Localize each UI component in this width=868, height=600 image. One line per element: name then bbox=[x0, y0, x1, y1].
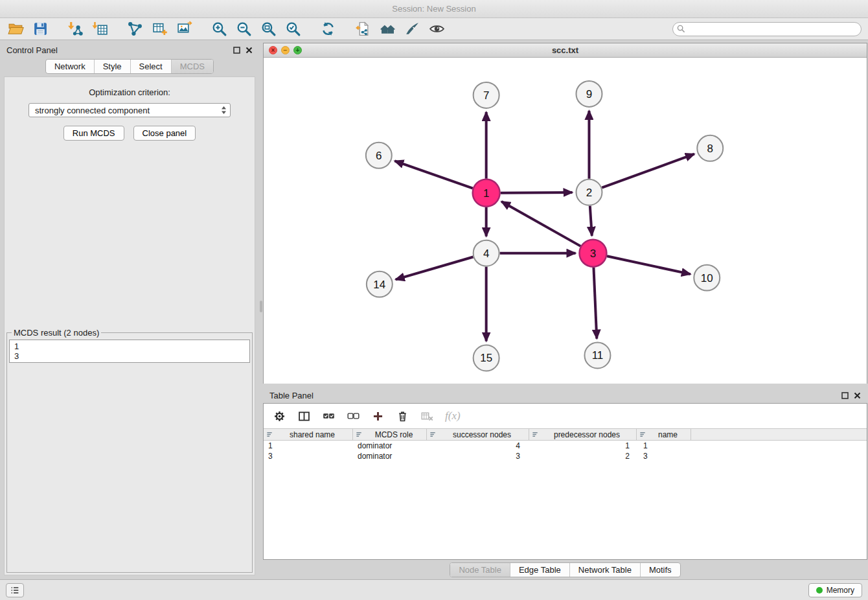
delete-column-button trash-icon[interactable] bbox=[396, 410, 409, 423]
column-sort-icon bbox=[532, 431, 539, 438]
graph-edge-1-6[interactable] bbox=[394, 161, 473, 188]
table-settings-button gear-icon[interactable] bbox=[273, 410, 286, 423]
graph-edge-3-10[interactable] bbox=[607, 256, 691, 274]
zoom-out-button[interactable] bbox=[234, 20, 253, 38]
column-sort-icon bbox=[429, 431, 437, 438]
window-zoom-button[interactable]: + bbox=[293, 46, 302, 54]
table-cell[interactable]: 4 bbox=[427, 441, 529, 450]
float-panel-icon[interactable] bbox=[233, 47, 240, 54]
open-session-button[interactable] bbox=[6, 20, 25, 38]
svg-text:11: 11 bbox=[592, 349, 604, 362]
column-header-predecessor-nodes[interactable]: predecessor nodes bbox=[529, 429, 637, 440]
search-input[interactable] bbox=[672, 22, 862, 36]
column-header-successor-nodes[interactable]: successor nodes bbox=[427, 429, 529, 440]
task-history-button[interactable] bbox=[6, 583, 24, 597]
import-network-button[interactable] bbox=[66, 20, 84, 38]
show-columns-button columns-icon[interactable] bbox=[297, 410, 311, 423]
table-plus-icon bbox=[152, 21, 168, 37]
table-row[interactable]: 1dominator411 bbox=[264, 441, 867, 451]
table-cell[interactable]: 1 bbox=[529, 441, 637, 450]
table-cell[interactable]: 3 bbox=[637, 452, 691, 461]
zoom-in-button[interactable] bbox=[210, 20, 228, 38]
graph-edge-3-1[interactable] bbox=[501, 202, 580, 246]
table-cell[interactable]: 1 bbox=[264, 441, 353, 450]
import-table-button[interactable] bbox=[91, 20, 109, 38]
graph-node-10[interactable]: 10 bbox=[694, 265, 720, 291]
table-cell[interactable]: 3 bbox=[427, 452, 529, 461]
first-neighbors-button[interactable] bbox=[378, 20, 396, 38]
svg-text:6: 6 bbox=[376, 150, 382, 162]
graph-edge-1-2[interactable] bbox=[501, 192, 573, 193]
zoom-fit-button[interactable] bbox=[259, 20, 277, 38]
graph-node-6[interactable]: 6 bbox=[366, 143, 392, 168]
tab-edge-table[interactable]: Edge Table bbox=[510, 563, 570, 577]
zoom-selected-button[interactable] bbox=[284, 20, 302, 38]
graph-node-11[interactable]: 11 bbox=[584, 343, 610, 369]
table-cell[interactable]: 2 bbox=[529, 452, 637, 461]
zoom-selected-icon bbox=[285, 21, 301, 37]
close-panel-button[interactable]: Close panel bbox=[133, 126, 196, 141]
graph-edge-2-3[interactable] bbox=[590, 206, 592, 236]
tab-style[interactable]: Style bbox=[95, 60, 131, 73]
graph-node-8[interactable]: 8 bbox=[697, 135, 723, 161]
clone-network-button[interactable] bbox=[354, 20, 372, 38]
close-panel-icon[interactable] bbox=[246, 47, 253, 54]
network-window-titlebar: × − + scc.txt bbox=[264, 43, 867, 58]
svg-text:10: 10 bbox=[701, 272, 713, 284]
tab-node-table[interactable]: Node Table bbox=[450, 563, 510, 577]
graph-node-7[interactable]: 7 bbox=[474, 82, 499, 108]
select-all-button checked-boxes-icon[interactable] bbox=[322, 410, 336, 423]
mcds-result-text[interactable]: 1 3 bbox=[9, 340, 250, 363]
float-table-panel-icon[interactable] bbox=[841, 392, 849, 399]
tab-network-table[interactable]: Network Table bbox=[570, 563, 641, 577]
graph-node-3[interactable]: 3 bbox=[579, 240, 606, 267]
mcds-buttons: Run MCDS Close panel bbox=[5, 126, 255, 141]
unselect-all-button empty-boxes-icon[interactable] bbox=[347, 410, 360, 423]
list-icon bbox=[10, 585, 20, 595]
new-column-button plus-icon[interactable] bbox=[371, 410, 385, 423]
content-area: Control Panel Network Style Select MCDS … bbox=[0, 40, 868, 579]
column-header-name[interactable]: name bbox=[637, 429, 691, 440]
graph-edge-4-14[interactable] bbox=[396, 257, 474, 280]
new-network-button[interactable] bbox=[126, 20, 144, 38]
column-header-shared-name[interactable]: shared name bbox=[264, 429, 353, 440]
network-graph[interactable]: 7968124314101511 bbox=[264, 58, 867, 384]
graph-node-2[interactable]: 2 bbox=[576, 179, 602, 205]
table-cell[interactable]: dominator bbox=[353, 452, 427, 461]
show-hide-button[interactable] bbox=[428, 20, 446, 38]
svg-text:15: 15 bbox=[480, 352, 492, 364]
window-minimize-button[interactable]: − bbox=[281, 46, 290, 54]
column-header-mcds-role[interactable]: MCDS role bbox=[353, 429, 427, 440]
memory-button[interactable]: Memory bbox=[808, 583, 862, 597]
tab-select[interactable]: Select bbox=[131, 60, 172, 73]
graph-node-1[interactable]: 1 bbox=[473, 179, 500, 207]
criterion-select[interactable]: strongly connected component bbox=[29, 103, 231, 117]
control-panel: Control Panel Network Style Select MCDS … bbox=[0, 43, 259, 579]
window-close-button[interactable]: × bbox=[269, 46, 277, 54]
graph-node-14[interactable]: 14 bbox=[367, 271, 393, 297]
graph-node-9[interactable]: 9 bbox=[576, 81, 602, 107]
table-cell[interactable]: 3 bbox=[264, 452, 353, 461]
tab-mcds[interactable]: MCDS bbox=[172, 60, 213, 73]
graph-node-15[interactable]: 15 bbox=[474, 345, 499, 371]
graph-node-4[interactable]: 4 bbox=[474, 240, 499, 266]
table-cell[interactable]: dominator bbox=[353, 441, 427, 450]
save-session-button[interactable] bbox=[31, 20, 49, 38]
graph-edge-3-11[interactable] bbox=[593, 268, 597, 339]
table-cell[interactable]: 1 bbox=[637, 441, 691, 450]
tab-motifs[interactable]: Motifs bbox=[641, 563, 680, 577]
svg-text:3: 3 bbox=[590, 248, 596, 260]
refresh-button[interactable] bbox=[319, 20, 337, 38]
memory-status-icon bbox=[816, 587, 823, 594]
apply-style-button[interactable] bbox=[403, 20, 421, 38]
table-row[interactable]: 3dominator323 bbox=[264, 451, 867, 461]
close-table-panel-icon[interactable] bbox=[854, 392, 861, 399]
svg-text:4: 4 bbox=[483, 248, 489, 260]
tab-network[interactable]: Network bbox=[46, 60, 95, 73]
export-image-button[interactable] bbox=[175, 20, 193, 38]
status-bar: Memory bbox=[0, 579, 868, 600]
run-mcds-button[interactable]: Run MCDS bbox=[63, 126, 124, 141]
new-table-button[interactable] bbox=[150, 20, 168, 38]
graph-edge-2-8[interactable] bbox=[602, 154, 694, 188]
eye-icon bbox=[429, 21, 445, 37]
